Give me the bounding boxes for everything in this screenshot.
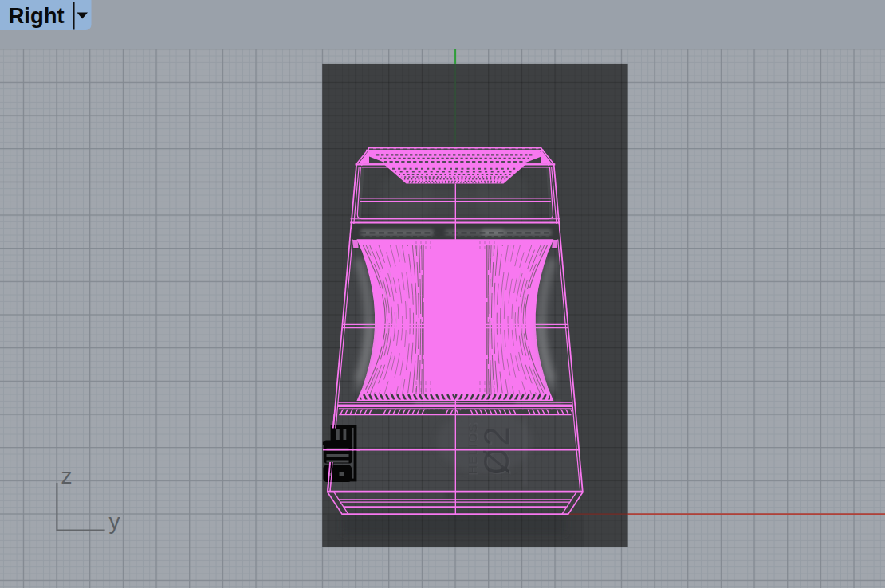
svg-text:Right: Right xyxy=(9,3,65,28)
svg-text:z: z xyxy=(61,464,73,488)
svg-text:y: y xyxy=(109,509,120,534)
